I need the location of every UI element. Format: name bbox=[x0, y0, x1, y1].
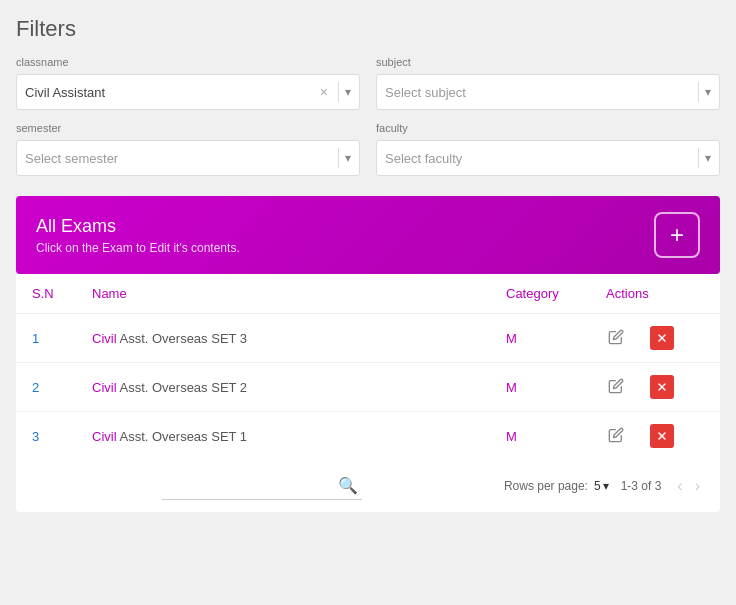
faculty-group: faculty Select faculty ▾ bbox=[376, 122, 720, 176]
faculty-select[interactable]: Select faculty ▾ bbox=[376, 140, 720, 176]
subject-divider bbox=[698, 82, 699, 102]
cell-sn: 3 bbox=[16, 412, 76, 461]
category-value: M bbox=[506, 380, 517, 395]
classname-select[interactable]: Civil Assistant × ▾ bbox=[16, 74, 360, 110]
sn-link[interactable]: 2 bbox=[32, 380, 39, 395]
cell-name: Civil Asst. Overseas SET 1 bbox=[76, 412, 490, 461]
classname-clear-icon[interactable]: × bbox=[320, 84, 328, 100]
semester-divider bbox=[338, 148, 339, 168]
classname-label: classname bbox=[16, 56, 360, 68]
faculty-label: faculty bbox=[376, 122, 720, 134]
search-icon: 🔍 bbox=[338, 477, 358, 494]
next-icon: › bbox=[695, 477, 700, 494]
rows-per-page-select[interactable]: 5 ▾ bbox=[594, 479, 609, 493]
table-row: 1Civil Asst. Overseas SET 3M bbox=[16, 314, 720, 363]
rows-per-page-value: 5 bbox=[594, 479, 601, 493]
subject-chevron-icon[interactable]: ▾ bbox=[705, 85, 711, 99]
banner-title: All Exams bbox=[36, 216, 240, 237]
sn-link[interactable]: 1 bbox=[32, 331, 39, 346]
classname-value: Civil Assistant bbox=[25, 85, 320, 100]
filters-title: Filters bbox=[16, 16, 720, 42]
faculty-placeholder: Select faculty bbox=[385, 151, 692, 166]
semester-label: semester bbox=[16, 122, 360, 134]
classname-divider bbox=[338, 82, 339, 102]
cell-sn: 1 bbox=[16, 314, 76, 363]
semester-placeholder: Select semester bbox=[25, 151, 332, 166]
prev-page-button[interactable]: ‹ bbox=[673, 475, 686, 497]
category-value: M bbox=[506, 331, 517, 346]
table-row: 3Civil Asst. Overseas SET 1M bbox=[16, 412, 720, 461]
classname-chevron-icon[interactable]: ▾ bbox=[345, 85, 351, 99]
semester-select[interactable]: Select semester ▾ bbox=[16, 140, 360, 176]
subject-group: subject Select subject ▾ bbox=[376, 56, 720, 110]
cell-actions bbox=[590, 314, 720, 363]
edit-button[interactable] bbox=[606, 425, 626, 448]
table-container: S.N Name Category Actions 1Civil Asst. O… bbox=[16, 274, 720, 512]
cell-name: Civil Asst. Overseas SET 3 bbox=[76, 314, 490, 363]
col-header-category: Category bbox=[490, 274, 590, 314]
next-page-button[interactable]: › bbox=[691, 475, 704, 497]
search-area: 🔍 bbox=[32, 472, 492, 500]
category-value: M bbox=[506, 429, 517, 444]
table-row: 2Civil Asst. Overseas SET 2M bbox=[16, 363, 720, 412]
search-bar: 🔍 bbox=[162, 472, 362, 500]
pagination-nav: ‹ › bbox=[673, 475, 704, 497]
filter-row-1: classname Civil Assistant × ▾ subject Se… bbox=[16, 56, 720, 110]
subject-select[interactable]: Select subject ▾ bbox=[376, 74, 720, 110]
delete-button[interactable] bbox=[650, 375, 674, 399]
page-container: Filters classname Civil Assistant × ▾ su… bbox=[0, 0, 736, 605]
semester-group: semester Select semester ▾ bbox=[16, 122, 360, 176]
filters-section: classname Civil Assistant × ▾ subject Se… bbox=[16, 56, 720, 176]
cell-category: M bbox=[490, 314, 590, 363]
name-highlight: Civil bbox=[92, 429, 117, 444]
action-buttons bbox=[606, 375, 704, 399]
table-header-row: S.N Name Category Actions bbox=[16, 274, 720, 314]
filter-row-2: semester Select semester ▾ faculty Selec… bbox=[16, 122, 720, 176]
prev-icon: ‹ bbox=[677, 477, 682, 494]
sn-link[interactable]: 3 bbox=[32, 429, 39, 444]
name-highlight: Civil bbox=[92, 331, 117, 346]
search-input[interactable] bbox=[170, 478, 338, 493]
edit-button[interactable] bbox=[606, 327, 626, 350]
exams-table: S.N Name Category Actions 1Civil Asst. O… bbox=[16, 274, 720, 460]
classname-group: classname Civil Assistant × ▾ bbox=[16, 56, 360, 110]
add-icon: + bbox=[670, 221, 684, 249]
subject-placeholder: Select subject bbox=[385, 85, 692, 100]
cell-category: M bbox=[490, 363, 590, 412]
rows-per-page: Rows per page: 5 ▾ bbox=[504, 479, 609, 493]
banner-text: All Exams Click on the Exam to Edit it's… bbox=[36, 216, 240, 255]
cell-category: M bbox=[490, 412, 590, 461]
semester-chevron-icon[interactable]: ▾ bbox=[345, 151, 351, 165]
rows-per-page-chevron-icon: ▾ bbox=[603, 479, 609, 493]
col-header-sn: S.N bbox=[16, 274, 76, 314]
table-footer: 🔍 Rows per page: 5 ▾ 1-3 of 3 ‹ › bbox=[16, 460, 720, 504]
rows-per-page-label: Rows per page: bbox=[504, 479, 588, 493]
faculty-divider bbox=[698, 148, 699, 168]
faculty-chevron-icon[interactable]: ▾ bbox=[705, 151, 711, 165]
action-buttons bbox=[606, 326, 704, 350]
delete-button[interactable] bbox=[650, 424, 674, 448]
cell-actions bbox=[590, 412, 720, 461]
banner-subtitle: Click on the Exam to Edit it's contents. bbox=[36, 241, 240, 255]
edit-button[interactable] bbox=[606, 376, 626, 399]
search-icon-button[interactable]: 🔍 bbox=[338, 476, 358, 495]
all-exams-banner: All Exams Click on the Exam to Edit it's… bbox=[16, 196, 720, 274]
col-header-actions: Actions bbox=[590, 274, 720, 314]
action-buttons bbox=[606, 424, 704, 448]
delete-button[interactable] bbox=[650, 326, 674, 350]
col-header-name: Name bbox=[76, 274, 490, 314]
cell-actions bbox=[590, 363, 720, 412]
add-exam-button[interactable]: + bbox=[654, 212, 700, 258]
name-highlight: Civil bbox=[92, 380, 117, 395]
cell-sn: 2 bbox=[16, 363, 76, 412]
pagination-info: 1-3 of 3 bbox=[621, 479, 662, 493]
subject-label: subject bbox=[376, 56, 720, 68]
cell-name: Civil Asst. Overseas SET 2 bbox=[76, 363, 490, 412]
